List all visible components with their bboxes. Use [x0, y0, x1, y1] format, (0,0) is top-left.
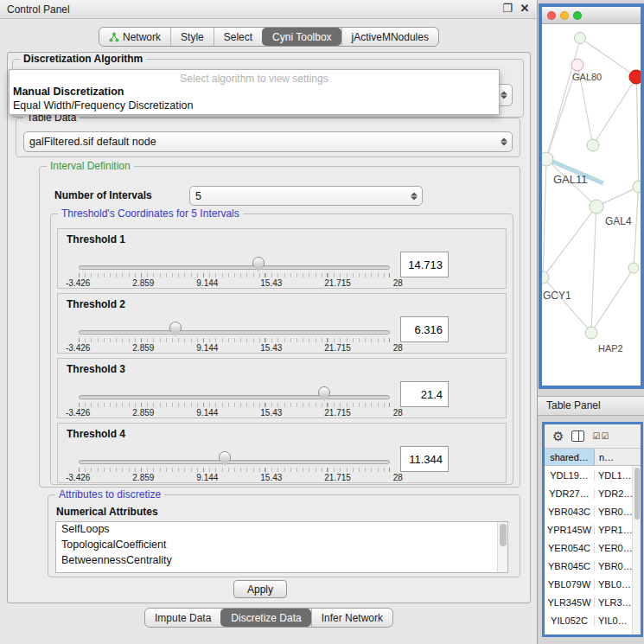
algorithm-dropdown-popup: Select algorithm to view settings Manual… [9, 69, 500, 115]
tab-cyni-toolbox[interactable]: Cyni Toolbox [262, 28, 341, 46]
cell-name[interactable]: YPR1… [595, 525, 632, 535]
table-row[interactable]: YDR27…YDR2… [545, 484, 632, 502]
slider-track[interactable] [79, 395, 390, 399]
cell-shared-name[interactable]: YER054C [545, 543, 595, 553]
cell-name[interactable]: YER0… [595, 543, 632, 553]
cell-name[interactable]: YBR0… [595, 507, 632, 517]
tick-label: 21.715 [324, 473, 351, 482]
number-of-intervals-combobox[interactable]: 5 [189, 186, 423, 206]
tick-label: 15.43 [260, 343, 282, 353]
cell-shared-name[interactable]: YBR043C [545, 507, 595, 517]
cell-name[interactable]: YDR2… [595, 488, 632, 499]
cell-shared-name[interactable]: YLR345W [545, 597, 595, 608]
threshold-3-slider[interactable]: -3.4262.8599.14415.4321.71528 [79, 359, 390, 419]
cell-name[interactable]: YIL0… [595, 615, 632, 626]
column-header-name[interactable]: n… [595, 449, 641, 465]
cell-shared-name[interactable]: YIL052C [545, 615, 595, 626]
threshold-4-slider[interactable]: -3.4262.8599.14415.4321.71528 [79, 424, 390, 484]
columns-icon[interactable] [571, 430, 584, 442]
cell-name[interactable]: YDL1… [595, 470, 632, 481]
list-item[interactable]: BetweennessCentrality [56, 553, 497, 569]
tab-impute-data[interactable]: Impute Data [145, 609, 220, 627]
slider-thumb[interactable] [219, 451, 231, 462]
tab-infer-network[interactable]: Infer Network [311, 609, 392, 627]
table-row[interactable]: YBR045CYBR0… [545, 557, 632, 575]
slider-thumb[interactable] [169, 322, 182, 333]
tick-label: 9.144 [196, 278, 218, 288]
zoom-traffic-light[interactable] [573, 11, 582, 20]
slider-track[interactable] [79, 265, 390, 270]
list-item[interactable]: SelfLoops [56, 522, 497, 538]
scrollbar-thumb[interactable] [500, 524, 507, 546]
table-row[interactable]: YDL19…YDL1… [545, 466, 632, 484]
threshold-2-value-field[interactable] [400, 316, 449, 342]
threshold-3-value-field[interactable] [400, 381, 449, 407]
float-window-icon[interactable]: ❐ [501, 2, 514, 15]
slider-track[interactable] [79, 460, 390, 464]
threshold-2-slider[interactable]: -3.4262.8599.14415.4321.71528 [79, 294, 390, 354]
tab-select[interactable]: Select [214, 28, 262, 46]
list-scrollbar[interactable] [497, 522, 507, 572]
slider-tick-labels: -3.4262.8599.14415.4321.71528 [66, 473, 403, 482]
table-scrollbar[interactable] [632, 466, 641, 634]
cell-shared-name[interactable]: YBL079W [545, 579, 595, 590]
network-node[interactable] [586, 139, 599, 152]
tab-discretize-data[interactable]: Discretize Data [220, 609, 310, 627]
close-traffic-light[interactable] [547, 11, 556, 20]
threshold-1-value-field[interactable] [400, 252, 449, 277]
network-node[interactable] [632, 181, 641, 194]
tick-label: 21.715 [324, 408, 351, 418]
dropdown-item-manual-discretization[interactable]: Manual Discretization [10, 85, 499, 99]
apply-button[interactable]: Apply [233, 580, 287, 598]
cell-shared-name[interactable]: YPR145W [545, 525, 595, 535]
network-edge [543, 159, 546, 277]
tab-style[interactable]: Style [170, 28, 214, 46]
slider-thumb[interactable] [252, 257, 265, 268]
close-icon[interactable]: ✕ [518, 2, 532, 15]
table-row[interactable]: YIL052CYIL0… [545, 611, 632, 629]
table-row[interactable]: YBR043CYBR0… [545, 502, 632, 520]
table-row[interactable]: YLR345WYLR3… [545, 593, 632, 611]
cell-name[interactable]: YBR0… [595, 561, 632, 571]
table-data-combobox[interactable]: galFiltered.sif default node [23, 131, 513, 152]
tick-label: 28 [393, 473, 403, 482]
tab-jactivemnodules[interactable]: jActiveMNodules [341, 28, 438, 46]
tick-label: 28 [393, 408, 403, 418]
network-node[interactable] [585, 326, 598, 339]
table-row[interactable]: YBL079WYBL0… [545, 575, 632, 593]
network-icon [109, 32, 119, 42]
slider-track[interactable] [79, 330, 390, 335]
tick-label: 15.43 [260, 278, 282, 288]
cell-shared-name[interactable]: YDR27… [545, 488, 595, 499]
tab-network[interactable]: Network [99, 28, 170, 46]
network-edge [546, 38, 580, 159]
numerical-attributes-list: SelfLoopsTopologicalCoefficientBetweenne… [55, 521, 508, 573]
network-edge [591, 207, 596, 332]
cell-shared-name[interactable]: YDL19… [545, 470, 595, 481]
network-edge [636, 77, 638, 187]
table-row[interactable]: YPR145WYPR1… [545, 520, 632, 539]
column-header-shared-name[interactable]: shared… [545, 449, 595, 465]
slider-thumb[interactable] [318, 386, 330, 398]
network-node[interactable] [628, 263, 640, 274]
app-root: Control Panel ❐ ✕ Network Style Select [0, 0, 644, 644]
network-node[interactable] [629, 70, 641, 85]
minimize-traffic-light[interactable] [560, 11, 569, 20]
select-all-icon[interactable]: ☑☑ [592, 432, 609, 441]
network-node[interactable] [571, 58, 584, 71]
scrollbar-thumb[interactable] [634, 468, 640, 520]
threshold-4-value-field[interactable] [400, 446, 449, 472]
threshold-1-slider[interactable]: -3.4262.8599.14415.4321.71528 [79, 229, 390, 290]
interval-definition-title: Interval Definition [47, 160, 134, 172]
table-row[interactable]: YER054CYER0… [545, 539, 632, 557]
tick-label: 28 [393, 343, 403, 353]
network-node[interactable] [574, 32, 586, 44]
list-item[interactable]: TopologicalCoefficient [56, 538, 497, 553]
cell-name[interactable]: YLR3… [595, 597, 632, 608]
cell-shared-name[interactable]: YBR045C [545, 561, 595, 571]
network-canvas[interactable]: GAL80GAL11GAL4GCY1HAP2 [542, 24, 641, 386]
gear-icon[interactable]: ⚙ [552, 430, 564, 443]
network-node[interactable] [589, 200, 603, 214]
dropdown-item-equal-width[interactable]: Equal Width/Frequency Discretization [10, 99, 499, 112]
cell-name[interactable]: YBL0… [595, 579, 632, 590]
